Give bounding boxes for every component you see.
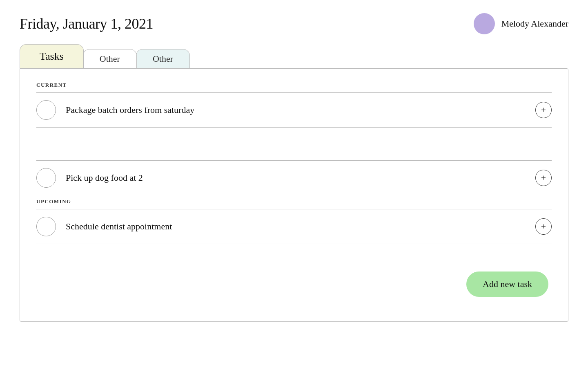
task-text-3: Schedule dentist appointment	[66, 221, 526, 232]
task-checkbox-3[interactable]	[36, 217, 56, 236]
task-add-button-2[interactable]	[535, 170, 552, 186]
add-new-task-button[interactable]: Add new task	[466, 272, 548, 297]
task-checkbox-1[interactable]	[36, 100, 56, 120]
task-text-2: Pick up dog food at 2	[66, 173, 526, 183]
tabs-area: Tasks Other Other	[0, 44, 588, 68]
task3-divider	[36, 244, 552, 244]
avatar	[474, 13, 495, 34]
upcoming-section-label: UPCOMING	[36, 198, 552, 205]
task-item: Package batch orders from saturday	[36, 93, 552, 127]
task-add-button-1[interactable]	[535, 102, 552, 118]
tab-other2[interactable]: Other	[136, 49, 190, 68]
tab-tasks[interactable]: Tasks	[20, 44, 84, 68]
task-add-button-3[interactable]	[535, 218, 552, 235]
current-section-label: CURRENT	[36, 82, 552, 88]
task-text-1: Package batch orders from saturday	[66, 105, 526, 115]
user-name: Melody Alexander	[501, 18, 568, 29]
date-title: Friday, January 1, 2021	[20, 15, 153, 32]
main-panel: CURRENT Package batch orders from saturd…	[20, 68, 568, 322]
tab-other1[interactable]: Other	[83, 49, 137, 68]
user-info: Melody Alexander	[474, 13, 568, 34]
task-checkbox-2[interactable]	[36, 168, 56, 188]
header: Friday, January 1, 2021 Melody Alexander	[0, 0, 588, 44]
task-item: Schedule dentist appointment	[36, 209, 552, 244]
task-item: Pick up dog food at 2	[36, 161, 552, 195]
